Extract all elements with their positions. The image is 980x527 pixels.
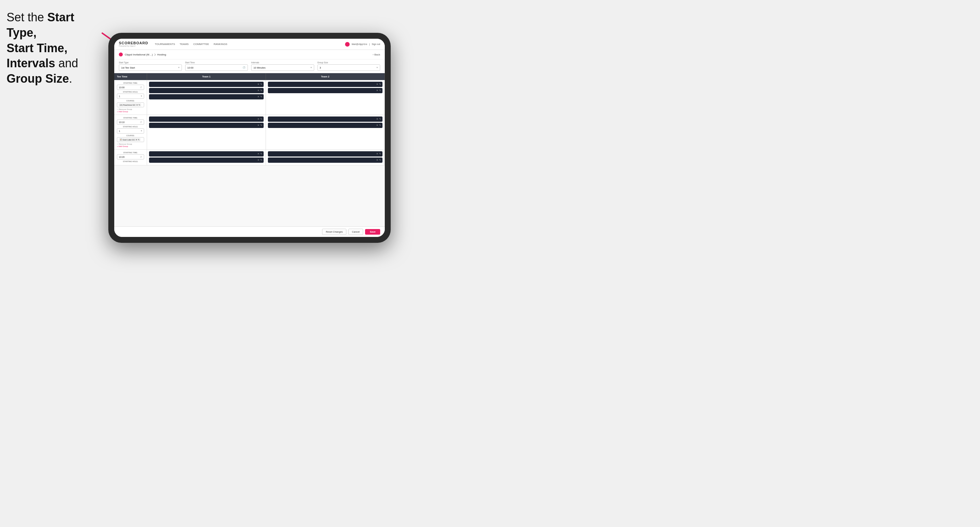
table-body[interactable]: STARTING TIME: 10:00 ⏱ STARTING HOLE: 1 … xyxy=(114,80,385,226)
player-slot: ✕ ✎ xyxy=(149,123,264,128)
slot-x-icon[interactable]: ✕ xyxy=(258,89,259,92)
slot-x-icon[interactable]: ✕ xyxy=(376,89,378,92)
slot-x-icon[interactable]: ✕ xyxy=(258,95,259,98)
slot-edit-icon[interactable]: ✎ xyxy=(260,83,262,86)
table-row: STARTING TIME: 10:00 ⏱ STARTING HOLE: 1 … xyxy=(114,80,385,115)
group-size-select[interactable]: 3 ▾ xyxy=(318,64,380,71)
player-slot: ✕ ✎ xyxy=(268,88,382,93)
instruction-text: Set the Start Type, Start Time, Interval… xyxy=(6,10,105,87)
slot-edit-icon[interactable]: ✎ xyxy=(379,83,381,86)
start-time-select[interactable]: 10:00 🕐 xyxy=(185,64,248,71)
start-time-value: 10:00 xyxy=(188,66,194,69)
group-size-value: 3 xyxy=(320,66,321,69)
course-label-2: COURSE: xyxy=(117,135,144,137)
slot-x-icon[interactable]: ✕ xyxy=(258,118,259,121)
starting-time-input-3[interactable]: 10:20 ⏱ xyxy=(117,154,144,159)
player-slot: ✕ ✎ xyxy=(268,116,382,122)
nav-teams[interactable]: TEAMS xyxy=(180,43,189,46)
add-group-btn-1[interactable]: + Add Group xyxy=(117,111,144,113)
cancel-button[interactable]: Cancel xyxy=(348,229,363,235)
team1-col-1: ✕ ✎ ✕ ✎ ✕ ✎ xyxy=(147,80,266,114)
table-header: Tee Time Team 1 Team 2 xyxy=(114,73,385,80)
nav-tournaments[interactable]: TOURNAMENTS xyxy=(154,43,175,46)
group-size-label: Group Size xyxy=(318,61,380,63)
player-slot: ✕ ✎ xyxy=(268,123,382,128)
course-tag-x-2[interactable]: ✕ xyxy=(135,138,137,141)
slot-edit-icon[interactable]: ✎ xyxy=(379,159,381,162)
slot-edit-icon[interactable]: ✎ xyxy=(260,152,262,155)
back-button[interactable]: ‹ Back xyxy=(372,53,380,56)
player-slot: ✕ ✎ xyxy=(149,116,264,122)
slot-x-icon[interactable]: ✕ xyxy=(376,152,378,155)
slot-edit-icon[interactable]: ✎ xyxy=(260,124,262,127)
start-type-value: 1st Tee Start xyxy=(121,66,135,69)
course-tag-edit-2[interactable]: ✎ xyxy=(138,138,140,141)
slot-x-icon[interactable]: ✕ xyxy=(376,118,378,121)
course-tag-2: 🏌 East Lake GC ✕ ✎ xyxy=(119,138,140,141)
slot-edit-icon[interactable]: ✎ xyxy=(260,118,262,121)
save-button[interactable]: Save xyxy=(365,229,380,235)
remove-group-btn-2[interactable]: ○Remove Group xyxy=(117,143,144,145)
slot-x-icon[interactable]: ✕ xyxy=(376,83,378,86)
course-tag-x-1[interactable]: ✕ xyxy=(136,104,138,106)
team1-col-2: ✕ ✎ ✕ ✎ xyxy=(147,115,266,149)
slot-x-icon[interactable]: ✕ xyxy=(258,83,259,86)
intervals-select[interactable]: 10 Minutes ▾ xyxy=(251,64,314,71)
nav-right: blair@clipp'd.io | Sign out xyxy=(345,42,380,47)
breadcrumb-tournament[interactable]: Clippd Invitational (M…) xyxy=(125,53,153,56)
player-slot: ✕ ✎ xyxy=(149,94,264,99)
slot-edit-icon[interactable]: ✎ xyxy=(379,152,381,155)
sign-out-link[interactable]: Sign out xyxy=(372,43,380,45)
player-slot: ✕ ✎ xyxy=(149,82,264,87)
course-tag-edit-1[interactable]: ✎ xyxy=(138,104,140,106)
slot-x-icon[interactable]: ✕ xyxy=(258,159,259,162)
table-row: STARTING TIME: 10:10 ⏱ STARTING HOLE: 1 … xyxy=(114,115,385,150)
player-slot: ✕ ✎ xyxy=(149,88,264,93)
table-row: STARTING TIME: 10:20 ⏱ STARTING HOLE: ✕ … xyxy=(114,150,385,165)
settings-intervals: Intervals 10 Minutes ▾ xyxy=(251,61,314,71)
slot-edit-icon[interactable]: ✎ xyxy=(379,118,381,121)
hole-arrow-icon-2: ▾ xyxy=(141,130,142,132)
team2-col-2: ✕ ✎ ✕ ✎ xyxy=(266,115,385,149)
slot-x-icon[interactable]: ✕ xyxy=(258,124,259,127)
hole-arrow-icon-1: ▾ xyxy=(141,95,142,97)
settings-row: Start Type 1st Tee Start ▾ Start Time 10… xyxy=(114,59,385,73)
tee-col-3: STARTING TIME: 10:20 ⏱ STARTING HOLE: xyxy=(114,150,147,165)
remove-group-btn-1[interactable]: ○Remove Group xyxy=(117,108,144,110)
slot-x-icon[interactable]: ✕ xyxy=(376,159,378,162)
starting-hole-label-3: STARTING HOLE: xyxy=(117,160,144,162)
starting-time-input-1[interactable]: 10:00 ⏱ xyxy=(117,85,144,90)
clock-icon-2: ⏱ xyxy=(140,121,142,123)
nav-links: TOURNAMENTS TEAMS COMMITTEE RANKINGS xyxy=(154,43,345,46)
th-tee-time: Tee Time xyxy=(114,73,147,80)
slot-edit-icon[interactable]: ✎ xyxy=(260,159,262,162)
slot-x-icon[interactable]: ✕ xyxy=(258,152,259,155)
intervals-value: 10 Minutes xyxy=(253,66,266,69)
logo-area: SCOREBOARD Powered by clipp'd xyxy=(119,41,148,47)
slot-edit-icon[interactable]: ✎ xyxy=(379,89,381,92)
th-team2: Team 2 xyxy=(266,73,385,80)
add-group-btn-2[interactable]: + Add Group xyxy=(117,145,144,147)
player-slot: ✕ ✎ xyxy=(268,157,382,163)
starting-time-input-2[interactable]: 10:10 ⏱ xyxy=(117,119,144,125)
nav-committee[interactable]: COMMITTEE xyxy=(193,43,209,46)
reset-changes-button[interactable]: Reset Changes xyxy=(322,229,346,235)
starting-hole-select-2[interactable]: 1 ▾ xyxy=(117,128,144,133)
clock-icon-1: ⏱ xyxy=(140,86,142,89)
starting-hole-select-1[interactable]: 1 ▾ xyxy=(117,94,144,99)
slot-edit-icon[interactable]: ✎ xyxy=(260,89,262,92)
slot-x-icon[interactable]: ✕ xyxy=(376,124,378,127)
player-slot: ✕ ✎ xyxy=(268,151,382,157)
course-tag-1: (A) Peachtree GC ✕ ✎ xyxy=(119,103,141,106)
start-type-select[interactable]: 1st Tee Start ▾ xyxy=(119,64,182,71)
course-row-2: 🏌 East Lake GC ✕ ✎ xyxy=(117,137,144,142)
slot-edit-icon[interactable]: ✎ xyxy=(379,124,381,127)
slot-edit-icon[interactable]: ✎ xyxy=(260,95,262,98)
course-label-1: COURSE: xyxy=(117,100,144,102)
team2-col-3: ✕ ✎ ✕ ✎ xyxy=(266,150,385,165)
starting-time-label-1: STARTING TIME: xyxy=(117,82,144,84)
breadcrumb-sep: › xyxy=(154,51,156,57)
th-team1: Team 1 xyxy=(147,73,266,80)
nav-rankings[interactable]: RANKINGS xyxy=(214,43,228,46)
nav-separator: | xyxy=(369,43,370,45)
